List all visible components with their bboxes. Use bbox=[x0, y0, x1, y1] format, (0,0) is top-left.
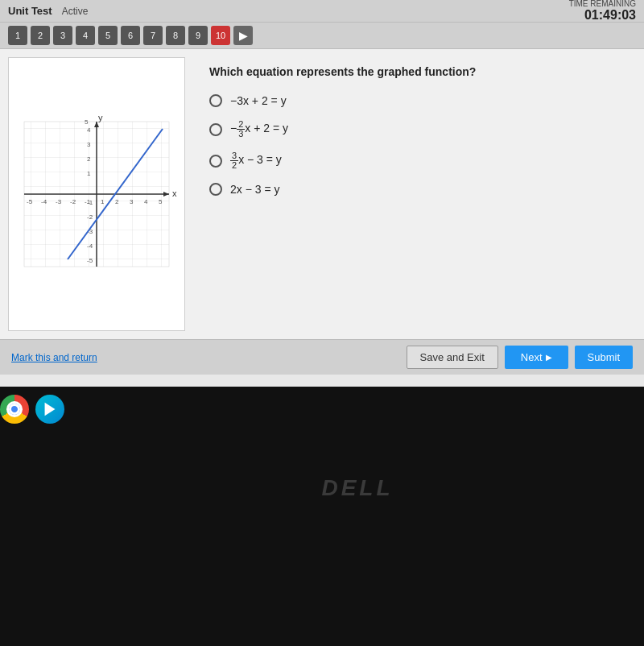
nav-btn-8[interactable]: 8 bbox=[166, 26, 185, 45]
timer-value: 01:49:03 bbox=[584, 8, 636, 22]
nav-btn-2[interactable]: 2 bbox=[31, 26, 50, 45]
svg-text:4: 4 bbox=[144, 198, 148, 205]
svg-text:2: 2 bbox=[115, 198, 119, 205]
nav-btn-1[interactable]: 1 bbox=[8, 26, 27, 45]
taskbar: DELL bbox=[0, 387, 644, 646]
svg-text:2: 2 bbox=[87, 155, 91, 163]
svg-text:4: 4 bbox=[87, 126, 91, 134]
question-text: Which equation represents the graphed fu… bbox=[209, 65, 628, 78]
svg-text:-3: -3 bbox=[56, 198, 62, 205]
question-area: Which equation represents the graphed fu… bbox=[201, 57, 636, 331]
status-badge: Active bbox=[62, 6, 89, 17]
svg-text:y: y bbox=[98, 114, 103, 122]
header-left: Unit Test Active bbox=[8, 5, 88, 17]
timer-section: TIME REMAINING 01:49:03 bbox=[569, 0, 636, 23]
save-exit-button[interactable]: Save and Exit bbox=[407, 346, 498, 369]
option-b-text: −23x + 2 = y bbox=[230, 120, 288, 139]
option-c[interactable]: 32x − 3 = y bbox=[209, 151, 628, 170]
radio-d[interactable] bbox=[209, 183, 222, 196]
svg-text:x: x bbox=[172, 188, 177, 198]
option-b[interactable]: −23x + 2 = y bbox=[209, 120, 628, 139]
nav-btn-5[interactable]: 5 bbox=[98, 26, 118, 45]
svg-text:5: 5 bbox=[159, 198, 163, 205]
chrome-icon[interactable] bbox=[0, 395, 29, 424]
page-title: Unit Test bbox=[8, 5, 52, 17]
nav-btn-7[interactable]: 7 bbox=[143, 26, 163, 45]
svg-text:5: 5 bbox=[85, 118, 89, 126]
play-store-icon[interactable] bbox=[35, 395, 64, 424]
dell-logo: DELL bbox=[321, 475, 393, 501]
option-c-text: 32x − 3 = y bbox=[230, 151, 282, 170]
next-button[interactable]: Next bbox=[505, 346, 568, 369]
svg-text:-1: -1 bbox=[87, 199, 93, 206]
header: Unit Test Active TIME REMAINING 01:49:03 bbox=[0, 0, 644, 23]
svg-marker-28 bbox=[45, 403, 56, 416]
coordinate-graph: x y -5 -4 -3 -2 -1 1 2 3 4 5 -5 -4 -3 -2… bbox=[16, 114, 177, 275]
nav-btn-3[interactable]: 3 bbox=[53, 26, 72, 45]
svg-text:-2: -2 bbox=[87, 213, 93, 221]
content-area: x y -5 -4 -3 -2 -1 1 2 3 4 5 -5 -4 -3 -2… bbox=[0, 49, 644, 339]
footer: Mark this and return Save and Exit Next … bbox=[0, 339, 644, 375]
nav-arrow-forward[interactable]: ▶ bbox=[233, 26, 253, 45]
nav-btn-6[interactable]: 6 bbox=[121, 26, 140, 45]
mark-return-link[interactable]: Mark this and return bbox=[11, 352, 97, 363]
svg-text:-5: -5 bbox=[87, 257, 93, 264]
option-a[interactable]: −3x + 2 = y bbox=[209, 94, 628, 107]
svg-text:-4: -4 bbox=[41, 198, 47, 205]
option-d[interactable]: 2x − 3 = y bbox=[209, 183, 628, 196]
graph-area: x y -5 -4 -3 -2 -1 1 2 3 4 5 -5 -4 -3 -2… bbox=[8, 57, 185, 331]
option-d-text: 2x − 3 = y bbox=[230, 183, 279, 196]
option-a-text: −3x + 2 = y bbox=[230, 94, 287, 107]
svg-text:3: 3 bbox=[87, 141, 91, 148]
svg-text:1: 1 bbox=[101, 198, 105, 205]
submit-button[interactable]: Submit bbox=[575, 346, 633, 369]
radio-a[interactable] bbox=[209, 94, 222, 107]
nav-bar: 1 2 3 4 5 6 7 8 9 10 ▶ bbox=[0, 23, 644, 49]
timer-label: TIME REMAINING bbox=[569, 0, 636, 8]
footer-buttons: Save and Exit Next Submit bbox=[407, 346, 633, 369]
nav-btn-10[interactable]: 10 bbox=[211, 26, 230, 45]
radio-c[interactable] bbox=[209, 155, 222, 168]
svg-text:1: 1 bbox=[87, 170, 91, 177]
svg-text:-2: -2 bbox=[70, 198, 76, 205]
svg-text:-4: -4 bbox=[87, 242, 93, 250]
svg-text:-5: -5 bbox=[27, 198, 33, 205]
nav-btn-9[interactable]: 9 bbox=[188, 26, 208, 45]
radio-b[interactable] bbox=[209, 123, 222, 136]
svg-text:3: 3 bbox=[130, 198, 134, 205]
nav-btn-4[interactable]: 4 bbox=[76, 26, 95, 45]
